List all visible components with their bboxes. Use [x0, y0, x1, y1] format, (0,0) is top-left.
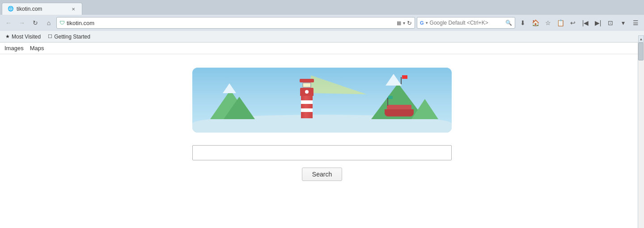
page-nav-images[interactable]: Images [4, 43, 24, 53]
boat-hull [385, 109, 414, 116]
lighthouse-light-house [302, 82, 311, 88]
scrollbar-up-button[interactable]: ▲ [638, 35, 644, 43]
home-btn2[interactable]: 🏠 [530, 17, 541, 29]
search-box-container: Search [192, 145, 452, 181]
home-button[interactable]: ⌂ [43, 17, 55, 29]
tab-close-icon[interactable]: ✕ [70, 6, 76, 12]
dropdown-icon[interactable]: ▾ [403, 21, 405, 26]
lighthouse-stripe-1 [301, 100, 313, 104]
snow-cap-left [223, 83, 236, 93]
lighthouse-stripe-2 [301, 108, 313, 112]
browser-search-input[interactable] [430, 20, 504, 26]
bookmark-getting-started-icon: ☐ [48, 34, 52, 39]
page-content: Search [0, 54, 644, 228]
browser-chrome: 🌐 tikotin.com ✕ ← → ↻ ⌂ 🛡 ▦ ▾ ↻ G ▾ 🔍 ⬇ … [0, 0, 644, 43]
flag-pole [401, 77, 402, 84]
bookmark-most-visited-label: Most Visited [12, 34, 41, 40]
tab-bar: 🌐 tikotin.com ✕ [0, 0, 644, 15]
boat-deck [387, 105, 411, 109]
lighthouse-cap [300, 79, 314, 82]
qr-code-icon[interactable]: ▦ [397, 20, 401, 26]
lighthouse-top [300, 88, 314, 96]
address-bar-row: ← → ↻ ⌂ 🛡 ▦ ▾ ↻ G ▾ 🔍 ⬇ 🏠 ☆ 📋 ↩ |◀ ▶| ⊡ … [0, 15, 644, 31]
search-field-container: G ▾ 🔍 [417, 17, 515, 29]
menu-button[interactable]: ☰ [630, 17, 641, 29]
download-button[interactable]: ⬇ [517, 17, 529, 29]
search-input[interactable] [192, 145, 452, 160]
active-tab[interactable]: 🌐 tikotin.com ✕ [2, 3, 82, 15]
forward-button[interactable]: → [16, 17, 28, 29]
lighthouse-base [301, 96, 313, 118]
mountain-right-small [411, 99, 438, 119]
shield-icon: 🛡 [59, 20, 65, 26]
tab-title: tikotin.com [17, 6, 68, 12]
page-nav-bar: Images Maps [0, 43, 644, 54]
bookmark-most-visited[interactable]: ★ Most Visited [4, 33, 42, 41]
bookmark-getting-started-label: Getting Started [54, 34, 90, 40]
page-nav-maps[interactable]: Maps [30, 43, 44, 53]
bookmark-most-visited-icon: ★ [5, 34, 10, 39]
boat [385, 105, 414, 116]
scrollbar: ▲ ▼ [638, 43, 644, 228]
customize-button[interactable]: ⊡ [605, 17, 616, 29]
flag-flag [402, 75, 407, 79]
address-input[interactable] [67, 20, 395, 26]
more-dropdown-button[interactable]: ▾ [617, 17, 629, 29]
page-reload-icon[interactable]: ↻ [407, 20, 412, 26]
reading-list-button[interactable]: 📋 [555, 17, 566, 29]
tab-favicon: 🌐 [8, 6, 14, 12]
search-button[interactable]: Search [302, 168, 342, 181]
nav-more-left[interactable]: |◀ [580, 17, 591, 29]
browser-search-icon[interactable]: 🔍 [505, 20, 512, 26]
history-button[interactable]: ↩ [567, 17, 579, 29]
bookmark-getting-started[interactable]: ☐ Getting Started [46, 33, 92, 41]
search-dropdown-icon[interactable]: ▾ [426, 21, 428, 25]
scrollbar-thumb[interactable] [638, 43, 644, 60]
lighthouse [300, 79, 314, 118]
back-button[interactable]: ← [3, 17, 14, 29]
boat-flag [388, 96, 393, 99]
address-field-container: 🛡 ▦ ▾ ↻ [56, 17, 415, 29]
doodle-container [192, 68, 452, 133]
reload-button[interactable]: ↻ [30, 17, 41, 29]
bookmarks-star-button[interactable]: ☆ [542, 17, 554, 29]
snow-cap-right [386, 74, 402, 86]
nav-more-right[interactable]: ▶| [592, 17, 604, 29]
mountain-left-2 [224, 97, 255, 119]
lighthouse-dot [305, 90, 309, 94]
bookmarks-bar: ★ Most Visited ☐ Getting Started [0, 31, 644, 43]
search-engine-logo: G [420, 20, 424, 26]
toolbar-icons: ⬇ 🏠 ☆ 📋 ↩ |◀ ▶| ⊡ ▾ ☰ [517, 17, 641, 29]
